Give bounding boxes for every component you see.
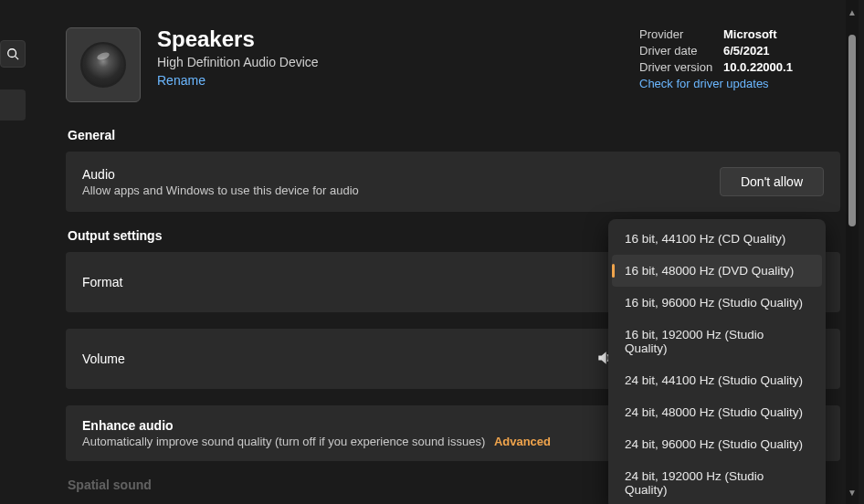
device-header: Speakers High Definition Audio Device Re…: [66, 27, 840, 102]
format-option[interactable]: 16 bit, 44100 Hz (CD Quality): [612, 223, 822, 255]
format-option[interactable]: 16 bit, 96000 Hz (Studio Quality): [612, 287, 822, 319]
scroll-up-arrow[interactable]: ▲: [848, 7, 857, 16]
speaker-icon: [80, 42, 126, 88]
search-icon: [6, 47, 19, 60]
driver-meta: Provider Microsoft Driver date 6/5/2021 …: [639, 27, 840, 90]
format-option[interactable]: 16 bit, 192000 Hz (Studio Quality): [612, 319, 822, 364]
section-general: General: [66, 128, 840, 142]
device-name: Speakers: [157, 27, 319, 51]
format-option[interactable]: 16 bit, 48000 Hz (DVD Quality): [612, 255, 822, 287]
enhance-desc: Automatically improve sound quality (tur…: [82, 435, 551, 448]
volume-title: Volume: [82, 352, 125, 366]
advanced-link[interactable]: Advanced: [494, 435, 551, 448]
nav-tab-stub[interactable]: [0, 89, 26, 121]
format-option[interactable]: 24 bit, 192000 Hz (Studio Quality): [612, 460, 822, 504]
audio-card: Audio Allow apps and Windows to use this…: [66, 152, 840, 212]
format-title: Format: [82, 275, 122, 289]
device-icon: [66, 27, 141, 102]
rename-link[interactable]: Rename: [157, 73, 205, 88]
scroll-down-arrow[interactable]: ▼: [848, 488, 857, 497]
audio-card-title: Audio: [82, 167, 359, 182]
enhance-desc-text: Automatically improve sound quality (tur…: [82, 435, 485, 448]
provider-label: Provider: [639, 27, 723, 41]
provider-value: Microsoft: [723, 27, 777, 41]
driver-version-label: Driver version: [639, 60, 723, 74]
check-updates-link[interactable]: Check for driver updates: [639, 77, 840, 90]
audio-card-desc: Allow apps and Windows to use this devic…: [82, 184, 359, 197]
svg-point-0: [8, 49, 16, 58]
format-option[interactable]: 24 bit, 96000 Hz (Studio Quality): [612, 428, 822, 460]
driver-version-value: 10.0.22000.1: [723, 60, 793, 74]
svg-line-1: [16, 57, 19, 60]
scroll-thumb[interactable]: [848, 35, 856, 226]
scrollbar[interactable]: ▲ ▼: [846, 0, 859, 504]
driver-date-label: Driver date: [639, 44, 723, 58]
enhance-title: Enhance audio: [82, 418, 551, 433]
format-dropdown[interactable]: 16 bit, 44100 Hz (CD Quality)16 bit, 480…: [608, 219, 826, 504]
search-button[interactable]: [0, 40, 26, 68]
format-option[interactable]: 24 bit, 44100 Hz (Studio Quality): [612, 364, 822, 396]
format-option[interactable]: 24 bit, 48000 Hz (Studio Quality): [612, 396, 822, 428]
dont-allow-button[interactable]: Don't allow: [720, 167, 824, 196]
device-subtitle: High Definition Audio Device: [157, 55, 319, 69]
driver-date-value: 6/5/2021: [723, 44, 770, 58]
